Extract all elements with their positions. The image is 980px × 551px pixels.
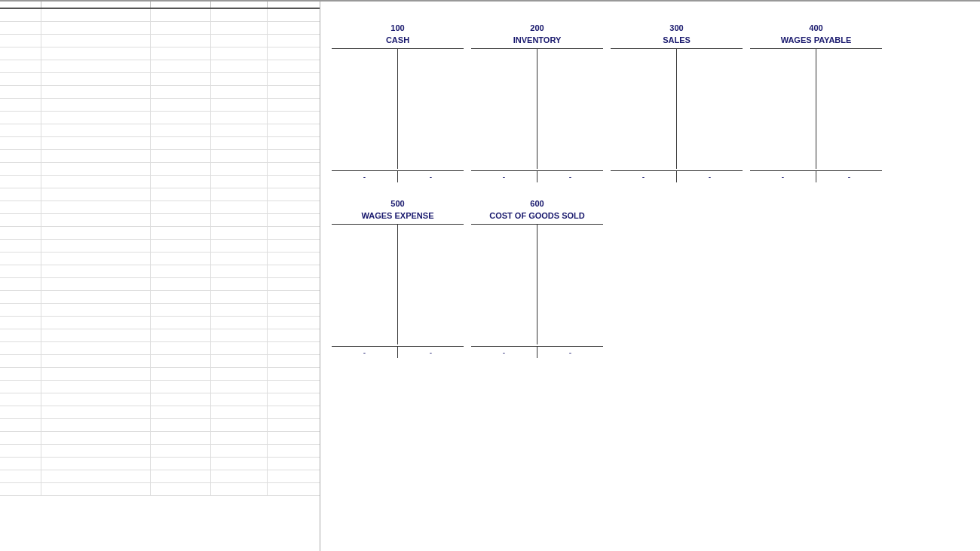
t-account-credit-side — [398, 49, 464, 169]
table-row[interactable] — [0, 47, 320, 60]
table-row[interactable] — [0, 304, 320, 317]
gl-number-label — [332, 9, 464, 22]
table-row[interactable] — [0, 483, 320, 496]
table-row[interactable] — [0, 278, 320, 291]
table-cell — [41, 406, 151, 418]
t-account-debit-total: - — [471, 171, 537, 182]
t-account-title: 200INVENTORY — [471, 22, 603, 47]
t-accounts: 100CASH--200INVENTORY--300SALES--400WAGE… — [320, 2, 980, 551]
list-item: 500WAGES EXPENSE-- — [332, 197, 464, 358]
t-account-credit-total: - — [816, 171, 882, 182]
table-row[interactable] — [0, 445, 320, 458]
table-cell — [268, 381, 320, 393]
table-cell — [41, 99, 151, 111]
t-account-debit-total: - — [332, 347, 398, 358]
col-credit — [211, 2, 268, 8]
table-row[interactable] — [0, 163, 320, 176]
table-cell — [41, 201, 151, 213]
table-cell — [41, 483, 151, 495]
t-account-credit-side — [537, 49, 603, 169]
t-account-debit-side — [332, 225, 398, 344]
table-cell — [0, 9, 41, 21]
table-row[interactable] — [0, 253, 320, 265]
table-row[interactable] — [0, 227, 320, 240]
table-cell — [0, 432, 41, 444]
table-cell — [268, 35, 320, 47]
table-cell — [268, 99, 320, 111]
table-row[interactable] — [0, 458, 320, 470]
table-cell — [0, 137, 41, 149]
table-cell — [151, 265, 211, 277]
t-account-debit-side — [611, 49, 677, 169]
table-row[interactable] — [0, 317, 320, 329]
table-cell — [151, 163, 211, 175]
table-cell — [0, 419, 41, 431]
table-cell — [268, 432, 320, 444]
table-cell — [151, 227, 211, 239]
table-cell — [268, 304, 320, 316]
table-row[interactable] — [0, 214, 320, 227]
table-cell — [211, 188, 268, 201]
t-account-footer: -- — [750, 170, 882, 182]
table-row[interactable] — [0, 470, 320, 483]
table-row[interactable] — [0, 342, 320, 355]
table-row[interactable] — [0, 9, 320, 22]
table-cell — [41, 150, 151, 162]
table-row[interactable] — [0, 73, 320, 86]
table-cell — [211, 393, 268, 406]
t-account-credit-total: - — [398, 171, 464, 182]
t-account-credit-total: - — [398, 347, 464, 358]
table-cell — [211, 201, 268, 213]
t-account-debit-total: - — [332, 171, 398, 182]
table-row[interactable] — [0, 368, 320, 381]
table-row[interactable] — [0, 201, 320, 214]
table-row[interactable] — [0, 240, 320, 253]
table-cell — [41, 214, 151, 226]
table-row[interactable] — [0, 86, 320, 99]
table-row[interactable] — [0, 150, 320, 163]
table-row[interactable] — [0, 99, 320, 112]
table-cell — [268, 176, 320, 188]
table-cell — [0, 278, 41, 290]
table-row[interactable] — [0, 137, 320, 150]
table-cell — [151, 432, 211, 444]
table-cell — [268, 458, 320, 470]
table-cell — [211, 329, 268, 341]
table-row[interactable] — [0, 265, 320, 278]
table-cell — [211, 214, 268, 226]
table-cell — [268, 22, 320, 34]
table-row[interactable] — [0, 124, 320, 137]
table-cell — [41, 47, 151, 60]
table-cell — [211, 445, 268, 457]
t-account-debit-total: - — [611, 171, 677, 182]
t-accounts-header — [332, 9, 980, 22]
table-row[interactable] — [0, 112, 320, 124]
table-cell — [0, 329, 41, 341]
table-cell — [0, 176, 41, 188]
table-cell — [268, 470, 320, 482]
table-row[interactable] — [0, 329, 320, 342]
t-account-credit-total: - — [537, 347, 603, 358]
table-cell — [211, 22, 268, 34]
table-cell — [0, 214, 41, 226]
table-row[interactable] — [0, 381, 320, 393]
table-row[interactable] — [0, 432, 320, 445]
table-row[interactable] — [0, 419, 320, 432]
table-cell — [0, 470, 41, 482]
table-cell — [151, 73, 211, 85]
table-row[interactable] — [0, 22, 320, 35]
table-row[interactable] — [0, 60, 320, 73]
table-row[interactable] — [0, 35, 320, 47]
table-row[interactable] — [0, 406, 320, 419]
table-cell — [151, 9, 211, 21]
table-row[interactable] — [0, 176, 320, 188]
table-row[interactable] — [0, 393, 320, 406]
table-cell — [151, 137, 211, 149]
table-row[interactable] — [0, 291, 320, 304]
table-row[interactable] — [0, 355, 320, 368]
table-row[interactable] — [0, 188, 320, 201]
table-cell — [211, 227, 268, 239]
table-cell — [151, 368, 211, 380]
table-cell — [41, 22, 151, 34]
t-account-body — [611, 48, 743, 169]
